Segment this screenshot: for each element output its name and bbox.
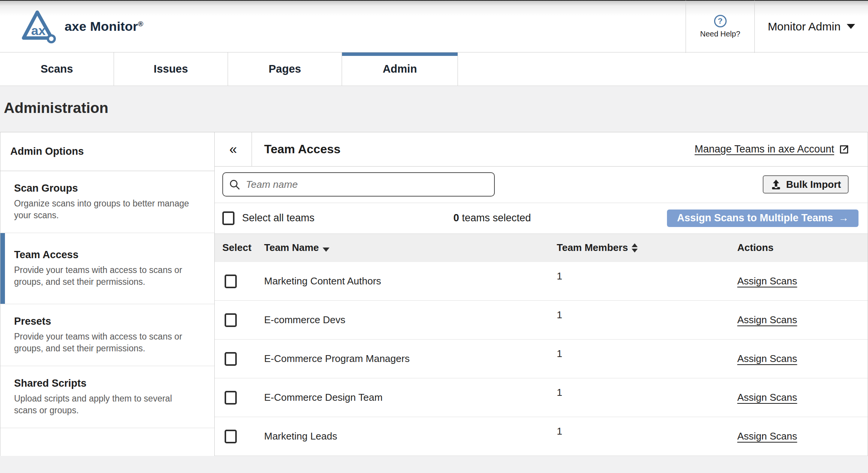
page-title: Administration bbox=[4, 100, 868, 115]
row-checkbox-cell bbox=[222, 352, 264, 366]
external-link-icon bbox=[839, 144, 849, 155]
sidebar-filler bbox=[0, 428, 214, 456]
select-all-checkbox[interactable] bbox=[222, 211, 234, 225]
row-checkbox[interactable] bbox=[225, 352, 237, 366]
sidebar-item[interactable]: Scan Groups Organize scans into groups t… bbox=[0, 171, 214, 233]
team-name-cell: Marketing Leads bbox=[264, 430, 557, 442]
sidebar-item[interactable]: Presets Provide your teams with access t… bbox=[0, 304, 214, 366]
sidebar-header: Admin Options bbox=[0, 132, 214, 171]
row-checkbox-cell bbox=[222, 313, 264, 327]
nav-tab[interactable]: Pages bbox=[228, 52, 342, 86]
sort-both-icon bbox=[632, 243, 638, 252]
panel-header-inner: Team Access Manage Teams in axe Account bbox=[252, 132, 868, 166]
collapse-cell: « bbox=[215, 132, 252, 166]
nav-tab-label: Issues bbox=[154, 63, 188, 75]
bulk-import-button[interactable]: Bulk Import bbox=[763, 175, 849, 194]
assign-scans-link[interactable]: Assign Scans bbox=[737, 430, 797, 442]
sidebar-item-title: Presets bbox=[14, 316, 203, 327]
row-checkbox[interactable] bbox=[225, 275, 237, 288]
sidebar-item-description: Organize scans into groups to better man… bbox=[14, 198, 195, 221]
search-icon bbox=[228, 178, 241, 190]
row-checkbox-cell bbox=[222, 275, 264, 288]
sidebar-item[interactable]: Team Access Provide your teams with acce… bbox=[0, 233, 214, 304]
sidebar-item-description: Provide your teams with access to scans … bbox=[14, 331, 195, 354]
team-members-cell: 1 bbox=[557, 425, 737, 437]
manage-teams-link-label: Manage Teams in axe Account bbox=[695, 143, 834, 155]
need-help-label: Need Help? bbox=[700, 30, 740, 38]
admin-page: Administration Admin Options Scan Groups… bbox=[0, 86, 868, 456]
admin-panel: Admin Options Scan Groups Organize scans… bbox=[0, 132, 868, 456]
question-circle-icon: ? bbox=[714, 15, 727, 27]
user-menu-button[interactable]: Monitor Admin bbox=[755, 0, 868, 53]
selected-count: 0 teams selected bbox=[453, 212, 531, 224]
row-checkbox[interactable] bbox=[225, 430, 237, 443]
sidebar-title: Admin Options bbox=[10, 146, 84, 157]
panel-header: « Team Access Manage Teams in axe Accoun… bbox=[215, 132, 868, 167]
selected-count-number: 0 bbox=[453, 212, 459, 224]
team-name-cell: Marketing Content Authors bbox=[264, 275, 557, 287]
registered-mark: ® bbox=[138, 20, 143, 28]
assign-scans-link[interactable]: Assign Scans bbox=[737, 353, 797, 365]
sidebar-item-title: Scan Groups bbox=[14, 183, 203, 194]
sidebar-item-title: Shared Scripts bbox=[14, 378, 203, 389]
manage-teams-link[interactable]: Manage Teams in axe Account bbox=[695, 143, 849, 155]
team-name-cell: E-commerce Devs bbox=[264, 314, 557, 326]
user-menu-label: Monitor Admin bbox=[768, 20, 841, 33]
select-all-row: Select all teams 0 teams selected Assign… bbox=[215, 203, 868, 234]
arrow-right-icon: → bbox=[838, 212, 849, 224]
team-search[interactable] bbox=[222, 172, 495, 197]
nav-tab-label: Admin bbox=[383, 63, 417, 75]
team-toolbar: Bulk Import bbox=[215, 167, 868, 203]
primary-nav: Scans Issues Pages Admin bbox=[0, 52, 868, 86]
svg-text:ax: ax bbox=[31, 23, 46, 38]
bulk-import-label: Bulk Import bbox=[786, 179, 841, 190]
table-row: E-Commerce Design Team 1 Assign Scans bbox=[215, 378, 868, 417]
column-header-team-name[interactable]: Team Name bbox=[264, 242, 557, 254]
column-header-select: Select bbox=[222, 242, 264, 254]
assign-scans-link[interactable]: Assign Scans bbox=[737, 275, 797, 287]
table-row: E-commerce Devs 1 Assign Scans bbox=[215, 301, 868, 340]
selected-count-suffix: teams selected bbox=[459, 212, 531, 224]
assign-scans-link[interactable]: Assign Scans bbox=[737, 392, 797, 403]
team-name-cell: E-Commerce Program Managers bbox=[264, 353, 557, 365]
admin-options-sidebar: Admin Options Scan Groups Organize scans… bbox=[0, 132, 215, 456]
row-checkbox[interactable] bbox=[225, 391, 237, 405]
sidebar-item[interactable]: Shared Scripts Upload scripts and apply … bbox=[0, 366, 214, 428]
sidebar-items: Scan Groups Organize scans into groups t… bbox=[0, 171, 214, 428]
row-checkbox[interactable] bbox=[225, 313, 237, 327]
app-header: ax axe Monitor® ? Need Help? Monitor Adm… bbox=[0, 0, 868, 52]
select-all-label[interactable]: Select all teams bbox=[242, 212, 315, 224]
team-members-cell: 1 bbox=[557, 270, 737, 282]
assign-scans-multiple-teams-button[interactable]: Assign Scans to Multiple Teams → bbox=[667, 210, 858, 227]
nav-tab[interactable]: Scans bbox=[0, 52, 114, 86]
team-search-input[interactable] bbox=[246, 179, 489, 190]
sidebar-item-title: Team Access bbox=[14, 249, 203, 261]
brand: ax axe Monitor® bbox=[0, 9, 686, 44]
nav-tab-label: Pages bbox=[269, 63, 301, 75]
row-checkbox-cell bbox=[222, 430, 264, 443]
team-members-cell: 1 bbox=[557, 387, 737, 398]
nav-tab-label: Scans bbox=[41, 63, 73, 75]
table-row: E-Commerce Program Managers 1 Assign Sca… bbox=[215, 340, 868, 378]
panel-title: Team Access bbox=[264, 142, 341, 156]
nav-tab[interactable]: Issues bbox=[114, 52, 228, 86]
sidebar-item-description: Upload scripts and apply them to several… bbox=[14, 393, 195, 416]
team-table-body: Marketing Content Authors 1 Assign Scans… bbox=[215, 262, 868, 456]
sort-descending-icon bbox=[323, 248, 329, 252]
nav-tab[interactable]: Admin bbox=[342, 52, 458, 86]
assign-multi-label: Assign Scans to Multiple Teams bbox=[677, 212, 833, 224]
need-help-button[interactable]: ? Need Help? bbox=[686, 0, 755, 53]
team-members-cell: 1 bbox=[557, 348, 737, 360]
column-header-actions: Actions bbox=[737, 242, 868, 254]
chevron-down-icon bbox=[847, 24, 855, 29]
assign-scans-link[interactable]: Assign Scans bbox=[737, 314, 797, 326]
team-members-cell: 1 bbox=[557, 309, 737, 321]
table-header: Select Team Name Team Members Actions bbox=[215, 234, 868, 262]
collapse-sidebar-button[interactable]: « bbox=[229, 143, 237, 156]
table-row: Marketing Content Authors 1 Assign Scans bbox=[215, 262, 868, 301]
row-checkbox-cell bbox=[222, 391, 264, 405]
column-header-team-members[interactable]: Team Members bbox=[557, 242, 737, 254]
team-access-main: « Team Access Manage Teams in axe Accoun… bbox=[215, 132, 868, 456]
team-name-cell: E-Commerce Design Team bbox=[264, 392, 557, 403]
brand-title: axe Monitor® bbox=[65, 19, 143, 34]
